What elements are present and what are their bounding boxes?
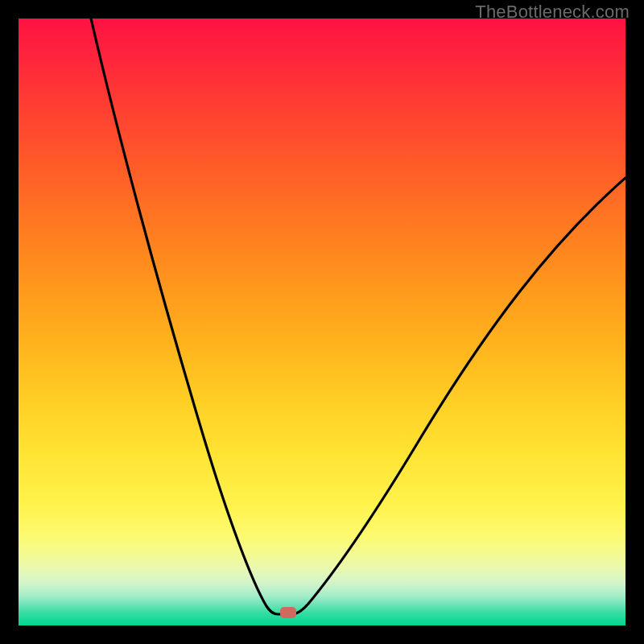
plot-area xyxy=(19,19,625,625)
curve-path xyxy=(91,19,625,614)
optimal-point-marker xyxy=(280,607,296,618)
bottleneck-curve xyxy=(19,19,625,625)
watermark-text: TheBottleneck.com xyxy=(475,2,630,23)
chart-frame: TheBottleneck.com xyxy=(0,0,644,644)
